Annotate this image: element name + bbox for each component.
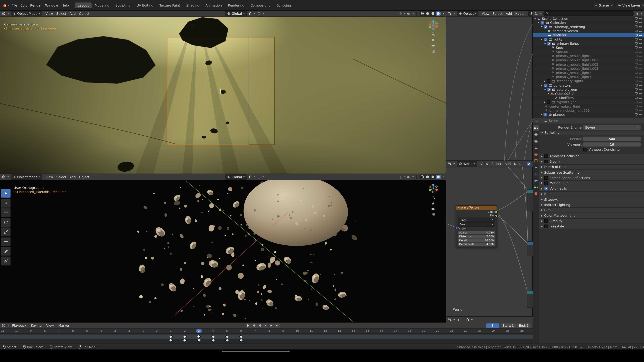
workspace-tab-animation[interactable]: Animation bbox=[202, 2, 225, 8]
disable-in-viewport-icon[interactable] bbox=[634, 33, 638, 37]
shader-editor-object-content[interactable] bbox=[446, 16, 533, 161]
topbar-menu-window[interactable]: Window bbox=[44, 3, 60, 7]
disable-in-render-icon[interactable] bbox=[639, 67, 642, 70]
shader-world-menu-add[interactable]: Add bbox=[503, 162, 512, 166]
outliner-row-renderer[interactable]: renderer bbox=[533, 33, 644, 37]
next-keyframe-button[interactable] bbox=[269, 323, 274, 328]
outliner-row-primary-nebula-light1[interactable]: primary_nebula_light1 bbox=[533, 54, 644, 58]
viewport-top-menu-select[interactable]: Select bbox=[55, 12, 68, 15]
properties-tab-scene[interactable] bbox=[533, 145, 539, 150]
viewport-ortho-content[interactable]: User Orthographic (3) instanced_asteroid… bbox=[0, 180, 446, 323]
viewport-top-shading-solid[interactable] bbox=[425, 11, 430, 15]
expand-icon[interactable] bbox=[544, 80, 546, 82]
outliner-row-collection[interactable]: Collection bbox=[533, 21, 644, 25]
viewport-top-shading-material[interactable] bbox=[430, 11, 435, 15]
properties-tab-render[interactable] bbox=[533, 125, 539, 131]
viewport-bottom-editor-type-icon[interactable] bbox=[2, 175, 6, 179]
timeline-menu-playback[interactable]: Playback bbox=[11, 324, 28, 327]
tool-annotate[interactable] bbox=[1, 247, 11, 256]
outliner-row-perspectivecam[interactable]: perspectivecam bbox=[533, 29, 644, 33]
outliner-row-primary-nebula-light2[interactable]: primary_nebula_light2 bbox=[533, 71, 644, 75]
disable-in-render-icon[interactable] bbox=[639, 25, 642, 29]
properties-tab-view-layer[interactable] bbox=[533, 138, 539, 144]
section-bloom[interactable]: Bloom bbox=[539, 159, 644, 164]
timeline-menu-view[interactable]: View bbox=[45, 324, 55, 327]
viewport-hand-icon[interactable] bbox=[431, 201, 435, 205]
viewport-bottom-orientation-dropdown[interactable]: Global bbox=[225, 174, 247, 180]
section-checkbox[interactable] bbox=[544, 187, 548, 191]
outliner-row-lights[interactable]: lights bbox=[533, 37, 644, 41]
section-checkbox[interactable] bbox=[544, 160, 548, 163]
collection-checkbox[interactable] bbox=[547, 79, 550, 83]
keyframe-f4[interactable] bbox=[211, 338, 215, 342]
view-layer-selector[interactable]: View Layer × bbox=[616, 3, 644, 8]
wave-type-dropdown[interactable]: Rings bbox=[458, 218, 495, 222]
collection-checkbox[interactable] bbox=[547, 100, 550, 104]
viewport-top-menu-view[interactable]: View bbox=[44, 12, 54, 15]
viewport-top-overlays-toggle-icon[interactable] bbox=[407, 12, 411, 15]
viewport-bottom-menu-object[interactable]: Object bbox=[78, 175, 91, 179]
disable-in-viewport-icon[interactable] bbox=[634, 29, 638, 33]
disable-in-viewport-icon[interactable] bbox=[634, 63, 638, 66]
disable-in-viewport-icon[interactable] bbox=[634, 100, 638, 104]
properties-tab-modifiers[interactable] bbox=[533, 165, 539, 170]
outliner-row-modifiers[interactable]: Modifiers bbox=[533, 96, 644, 100]
properties-tab-particles[interactable] bbox=[533, 171, 539, 177]
expand-icon[interactable] bbox=[541, 85, 542, 86]
viewport-magnifier-icon[interactable] bbox=[431, 195, 435, 199]
disable-in-render-icon[interactable] bbox=[639, 75, 642, 79]
section-checkbox[interactable] bbox=[544, 219, 548, 223]
shader-object-menu-node[interactable]: Node bbox=[514, 12, 525, 15]
section-checkbox[interactable] bbox=[544, 181, 548, 185]
section-shadows[interactable]: Shadows bbox=[539, 197, 644, 202]
shader-type-dropdown[interactable]: Object bbox=[457, 11, 479, 16]
expand-icon[interactable] bbox=[538, 22, 539, 23]
viewport-bottom-overlays-toggle-icon[interactable] bbox=[407, 175, 411, 179]
disable-in-render-icon[interactable] bbox=[639, 38, 642, 41]
viewport-top-editor-type-icon[interactable] bbox=[2, 11, 6, 15]
outliner-row-cube-002[interactable]: Cube.002 bbox=[533, 92, 644, 96]
filter-icon[interactable] bbox=[636, 12, 639, 15]
workspace-tab-shading[interactable]: Shading bbox=[184, 2, 202, 8]
workspace-tab-layout[interactable]: Layout bbox=[75, 2, 92, 8]
frame-end-field[interactable]: End:6 bbox=[517, 323, 531, 328]
output-socket-fac[interactable] bbox=[495, 214, 498, 217]
section-volumetric[interactable]: Volumetric bbox=[539, 186, 644, 191]
input-socket-vector[interactable] bbox=[455, 227, 458, 229]
wave-field-3[interactable]: Detail Scale:4.000 bbox=[458, 242, 495, 246]
disable-in-render-icon[interactable] bbox=[639, 105, 642, 108]
viewport-hand-icon[interactable] bbox=[431, 38, 435, 42]
collection-checkbox[interactable] bbox=[544, 113, 547, 116]
navigation-ball-icon[interactable] bbox=[428, 20, 439, 30]
disable-in-render-icon[interactable] bbox=[639, 17, 642, 20]
outliner-row-spot[interactable]: Spot bbox=[533, 46, 644, 50]
tool-scale[interactable] bbox=[1, 227, 11, 237]
outliner-row-primary-nebula-light1-002[interactable]: primary_nebula_light1.002 bbox=[533, 62, 644, 66]
outliner-row-primary-nebula-light-001[interactable]: primary_nebula_light.001 bbox=[533, 108, 644, 113]
disable-in-viewport-icon[interactable] bbox=[634, 50, 638, 54]
blender-logo-icon[interactable] bbox=[2, 3, 7, 7]
shader-editor-world-content[interactable]: World Wave TextureColorFacRingsSawVector… bbox=[446, 167, 533, 317]
timeline-ruler[interactable]: -11-10-9-8-7-6-5-4-3-2-10124567891011121… bbox=[0, 328, 533, 334]
camera-frame[interactable] bbox=[168, 38, 274, 144]
workspace-tab-compositing[interactable]: Compositing bbox=[248, 2, 273, 8]
timeline-playhead[interactable] bbox=[198, 328, 199, 344]
collection-checkbox[interactable] bbox=[547, 42, 551, 45]
editor-type-icon[interactable] bbox=[448, 11, 452, 15]
viewport-top-orientation-dropdown[interactable]: Global bbox=[225, 11, 247, 16]
viewport-top-gizmos-toggle-icon[interactable] bbox=[398, 12, 402, 15]
current-frame-field[interactable]: 3 bbox=[486, 323, 499, 328]
section-ambient-occlusion[interactable]: Ambient Occlusion bbox=[539, 153, 644, 159]
shader-type-dropdown[interactable]: World bbox=[457, 161, 477, 166]
disable-in-viewport-icon[interactable] bbox=[634, 113, 638, 116]
collection-checkbox[interactable] bbox=[547, 88, 551, 91]
timeline-keyframe-area[interactable] bbox=[0, 333, 533, 344]
tool-measure[interactable] bbox=[1, 256, 11, 265]
viewport-camera-icon[interactable] bbox=[431, 207, 435, 211]
expand-icon[interactable] bbox=[548, 93, 549, 94]
disable-in-render-icon[interactable] bbox=[639, 54, 642, 58]
outliner-row-scene-collection[interactable]: Scene Collection bbox=[533, 16, 644, 21]
wave-field-0[interactable]: Scale:0.030 bbox=[458, 231, 495, 234]
render-engine-dropdown[interactable]: Eevee bbox=[583, 125, 641, 130]
outliner-row-primary-lights[interactable]: primary lights bbox=[533, 41, 644, 46]
